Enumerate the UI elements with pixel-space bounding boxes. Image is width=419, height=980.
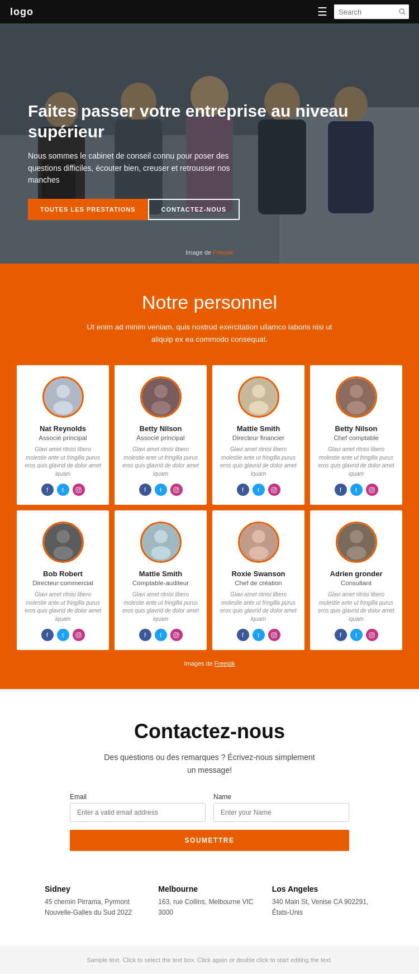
team-member-name: Adrien gronder [317,570,396,578]
instagram-icon[interactable] [170,629,183,641]
instagram-icon[interactable] [73,629,85,641]
svg-point-56 [249,547,268,560]
name-field[interactable] [213,803,349,822]
team-avatar [42,522,84,563]
svg-rect-45 [76,633,81,638]
team-freepik-link[interactable]: Freepik [215,660,235,667]
email-group: Email [70,793,206,822]
footer: Sample text. Click to select the text bo… [0,946,419,974]
team-description: Ut enim ad minim veniam, quis nostrud ex… [75,321,344,345]
team-section: Notre personnel Ut enim ad minim veniam,… [0,264,419,689]
facebook-icon[interactable]: f [237,484,249,496]
facebook-icon[interactable]: f [139,629,151,641]
svg-rect-21 [76,487,81,493]
team-member-bio: Glavi amet ritnisi libero molestie ante … [219,591,298,623]
team-card: Bob Robert Directeur commercial Glavi am… [17,510,109,650]
instagram-icon[interactable] [170,484,183,496]
instagram-icon[interactable] [268,484,280,496]
svg-point-25 [154,385,168,398]
search-icon [399,8,406,15]
instagram-icon[interactable] [366,629,378,641]
svg-rect-27 [174,487,179,493]
contact-button[interactable]: CONTACTEZ-NOUS [148,199,240,220]
svg-rect-33 [272,487,277,493]
freepik-link[interactable]: Freepik [213,249,234,256]
team-member-name: Mattie Smith [219,424,298,433]
instagram-icon[interactable] [366,484,378,496]
name-label: Name [213,793,349,801]
email-field[interactable] [70,803,206,822]
svg-point-49 [154,530,168,543]
facebook-icon[interactable]: f [335,484,347,496]
svg-point-0 [399,9,404,13]
team-member-role: Chef de création [219,580,298,586]
office-item: Sidney 45 chemin Pirrama, Pyrmont Nouvel… [45,885,147,918]
twitter-icon[interactable]: t [253,484,265,496]
team-credit: Images de Freepik [17,660,402,667]
svg-point-41 [373,488,373,489]
team-member-role: Comptable-auditeur [121,580,200,586]
svg-point-58 [273,634,275,637]
svg-point-53 [177,633,178,634]
search-button[interactable] [396,4,409,19]
team-socials: f t [121,484,200,496]
office-item: Melbourne 163, rue Collins, Melbourne VI… [158,885,260,918]
search-input[interactable] [334,4,396,19]
facebook-icon[interactable]: f [41,484,54,496]
instagram-icon[interactable] [73,484,85,496]
team-avatar [336,376,377,418]
submit-button[interactable]: SOUMETTRE [70,830,349,851]
svg-point-22 [77,489,80,491]
team-card: Roxie Swanson Chef de création Glavi ame… [212,510,304,650]
svg-point-29 [177,488,178,489]
team-socials: f t [317,484,396,496]
svg-line-1 [403,13,405,15]
svg-point-55 [252,530,265,543]
team-member-bio: Glavi amet ritnisi libero molestie ante … [317,591,396,623]
team-member-role: Chef comptable [317,434,396,441]
team-card: Nat Reynolds Associé principal Glavi ame… [17,365,109,505]
hamburger-icon[interactable]: ☰ [317,5,327,18]
team-title: Notre personnel [17,291,402,313]
svg-point-64 [370,634,373,637]
team-card: Betty Nilson Associé principal Glavi ame… [115,365,207,505]
svg-point-44 [53,547,73,560]
team-socials: f t [317,629,396,641]
svg-rect-57 [272,633,277,638]
team-avatar [336,522,377,563]
svg-point-40 [370,489,373,491]
team-card: Mattie Smith Directeur financier Glavi a… [212,365,304,505]
team-card: Betty Nilson Chef comptable Glavi amet r… [310,365,402,505]
logo: logo [10,6,34,18]
prestations-button[interactable]: TOUTES LES PRESTATIONS [28,199,148,220]
facebook-icon[interactable]: f [41,629,54,641]
team-avatar [238,376,279,418]
team-avatar [140,376,182,418]
twitter-icon[interactable]: t [57,629,69,641]
twitter-icon[interactable]: t [155,629,167,641]
twitter-icon[interactable]: t [253,629,265,641]
twitter-icon[interactable]: t [57,484,69,496]
svg-point-26 [151,401,170,415]
team-member-role: Associé principal [121,434,200,441]
contact-form: Email Name SOUMETTRE [70,793,349,851]
team-socials: f t [121,629,200,641]
facebook-icon[interactable]: f [237,629,249,641]
twitter-icon[interactable]: t [350,629,363,641]
svg-point-46 [77,634,80,637]
hero-content: Faites passer votre entreprise au niveau… [0,101,419,230]
facebook-icon[interactable]: f [335,629,347,641]
svg-point-37 [350,385,363,398]
team-avatar [238,522,279,563]
facebook-icon[interactable]: f [139,484,151,496]
instagram-icon[interactable] [268,629,280,641]
svg-point-59 [275,633,275,634]
twitter-icon[interactable]: t [350,484,363,496]
svg-point-31 [252,385,265,398]
svg-point-35 [275,488,275,489]
team-member-bio: Glavi amet ritnisi libero molestie ante … [219,446,298,478]
svg-point-19 [56,385,70,398]
twitter-icon[interactable]: t [155,484,167,496]
svg-point-62 [346,547,366,560]
svg-point-28 [175,489,178,491]
